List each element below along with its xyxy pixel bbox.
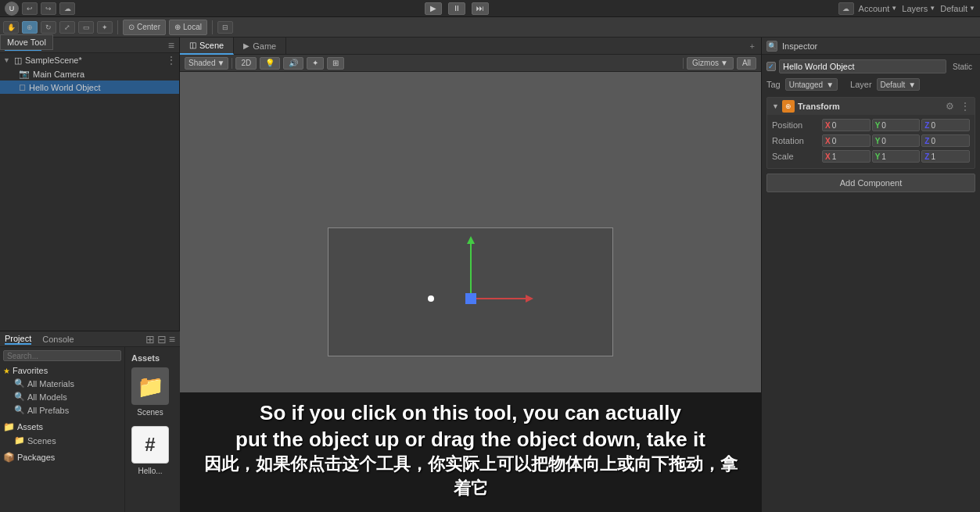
rotate-tool-btn[interactable]: ↻	[41, 21, 56, 34]
layer-dropdown[interactable]: Default ▼	[877, 78, 921, 91]
tag-layer-row: Tag Untagged ▼ Layer Default ▼	[766, 78, 975, 91]
rotation-y-value: 0	[881, 137, 886, 145]
project-body: ★ Favorites 🔍 All Materials 🔍 All Models…	[0, 347, 180, 512]
left-panels: Hierarchy ≡ ▼ ◫ SampleScene* ⋮ 📷 Main Ca…	[0, 38, 180, 512]
shaded-arrow: ▼	[217, 59, 224, 67]
project-search-input[interactable]	[3, 350, 121, 361]
position-y-field[interactable]: Y 0	[872, 119, 921, 131]
main-camera-item[interactable]: 📷 Main Camera	[0, 67, 179, 81]
object-icon: ◻	[19, 82, 26, 92]
ry-label: Y	[875, 137, 881, 145]
hierarchy-menu-icon[interactable]: ≡	[168, 39, 174, 52]
pause-btn[interactable]: ⏸	[448, 2, 465, 15]
2d-btn[interactable]: 2D	[235, 57, 257, 70]
project-assets-area: Assets 📁 Scenes # Hello...	[125, 347, 180, 512]
all-tools-btn[interactable]: ✦	[97, 21, 113, 34]
cloud-btn[interactable]: ☁	[59, 2, 75, 15]
rx-label: X	[825, 137, 831, 145]
transform-more-icon[interactable]: ⋮	[960, 101, 970, 112]
position-x-field[interactable]: X 0	[822, 119, 871, 131]
project-panel: Project Console ⊞ ⊟ ≡ ★ Favor	[0, 331, 180, 512]
rotation-x-field[interactable]: X 0	[822, 134, 871, 147]
object-name-field[interactable]: Hello World Object	[779, 59, 946, 73]
transform-header[interactable]: ▼ ⊕ Transform ⚙ ⋮	[767, 98, 975, 115]
scene-view[interactable]: So if you click on this tool, you can ac…	[180, 72, 761, 512]
play-btn[interactable]: ▶	[425, 2, 442, 15]
layers-arrow: ▼	[929, 5, 935, 12]
tag-dropdown[interactable]: Untagged ▼	[785, 78, 838, 91]
move-tool-btn[interactable]: ⊕	[22, 21, 38, 34]
all-label: All	[742, 59, 751, 67]
subtitle-en-line2: put the object up or drag the object dow…	[196, 427, 745, 453]
account-menu[interactable]: Account ▼	[859, 4, 898, 13]
scale-y-field[interactable]: Y 1	[872, 150, 921, 163]
project-tab[interactable]: Project	[5, 334, 31, 345]
helloworld-asset-icon: #	[131, 426, 169, 464]
scale-x-field[interactable]: X 1	[822, 150, 871, 163]
layers-menu[interactable]: Layers ▼	[902, 4, 935, 13]
rotation-y-field[interactable]: Y 0	[872, 134, 921, 147]
shaded-dropdown[interactable]: Shaded ▼	[185, 57, 228, 70]
scene-add-tab-btn[interactable]: +	[744, 41, 761, 51]
hierarchy-panel: Hierarchy ≡ ▼ ◫ SampleScene* ⋮ 📷 Main Ca…	[0, 38, 180, 331]
scene-item[interactable]: ▼ ◫ SampleScene* ⋮	[0, 53, 179, 67]
transform-settings-icon[interactable]: ⚙	[946, 101, 954, 112]
add-component-button[interactable]: Add Component	[766, 174, 975, 192]
gizmos-btn[interactable]: Gizmos ▼	[687, 57, 734, 70]
static-badge: Static	[949, 63, 975, 71]
position-y-value: 0	[881, 121, 886, 130]
rect-tool-btn[interactable]: ▭	[78, 21, 94, 34]
scale-fields: X 1 Y 1 Z 1	[822, 150, 970, 163]
scenes-asset-label: Scenes	[137, 408, 163, 417]
inspector-body: ✓ Hello World Object Static Tag Untagged…	[762, 55, 980, 512]
audio-btn[interactable]: 🔊	[283, 57, 303, 70]
scenes-folder-item[interactable]: 📁 Scenes	[3, 434, 121, 447]
unity-logo: U	[5, 2, 19, 16]
all-prefabs-item[interactable]: 🔍 All Prefabs	[3, 403, 121, 417]
all-layers-btn[interactable]: All	[737, 57, 756, 70]
scale-z-field[interactable]: Z 1	[921, 150, 970, 163]
scene-tab[interactable]: ◫ Scene	[180, 38, 234, 55]
position-z-field[interactable]: Z 0	[921, 119, 970, 131]
inspector-title: Inspector	[782, 41, 817, 51]
cloud-services-btn[interactable]: ☁	[838, 2, 854, 15]
rotation-z-field[interactable]: Z 0	[921, 134, 970, 147]
custom-tool-btn[interactable]: ⊟	[217, 21, 233, 34]
rotation-label: Rotation	[772, 136, 822, 145]
redo-btn[interactable]: ↪	[41, 2, 56, 15]
overlay-btn[interactable]: ⊞	[327, 57, 344, 70]
y-label: Y	[875, 121, 881, 130]
pivot-center-btn[interactable]: ⊙ Center	[123, 20, 166, 35]
scenes-asset-icon: 📁	[131, 367, 169, 405]
scene-menu-icon[interactable]: ⋮	[167, 55, 176, 66]
layer-value: Default	[881, 81, 906, 89]
game-rect	[328, 227, 613, 356]
undo-btn[interactable]: ↩	[22, 2, 38, 15]
game-tab[interactable]: ▶ Game	[234, 38, 286, 55]
step-btn[interactable]: ⏭	[472, 2, 489, 15]
scene-icon: ◫	[14, 55, 22, 66]
assets-section-header[interactable]: 📁 Assets	[3, 420, 121, 434]
object-active-checkbox[interactable]: ✓	[766, 62, 776, 71]
tag-arrow: ▼	[826, 81, 834, 89]
favorites-section[interactable]: ★ Favorites	[3, 364, 121, 377]
lighting-btn[interactable]: 💡	[260, 57, 280, 70]
project-menu-icon[interactable]: ⊞	[145, 333, 155, 346]
scale-tool-btn[interactable]: ⤢	[59, 21, 75, 34]
effects-btn[interactable]: ✦	[307, 57, 324, 70]
packages-section-header[interactable]: 📦 Packages	[3, 450, 121, 464]
helloworld-asset[interactable]: # Hello...	[131, 426, 169, 475]
project-menu2-icon[interactable]: ≡	[169, 333, 175, 346]
packages-icon: 📦	[3, 452, 15, 463]
top-bar: U ↩ ↪ ☁ ▶ ⏸ ⏭ ☁ Account ▼ Layers ▼ Defau…	[0, 0, 980, 17]
hello-world-item[interactable]: ◻ Hello World Object	[0, 81, 179, 94]
project-lock-icon[interactable]: ⊟	[157, 333, 167, 346]
scenes-asset[interactable]: 📁 Scenes	[131, 367, 169, 417]
hand-tool-btn[interactable]: ✋	[3, 21, 19, 34]
all-materials-item[interactable]: 🔍 All Materials	[3, 377, 121, 390]
all-models-item[interactable]: 🔍 All Models	[3, 390, 121, 403]
default-layout-menu[interactable]: Default ▼	[940, 4, 975, 13]
scene-toolbar-right: Gizmos ▼ All	[683, 57, 756, 70]
pivot-local-btn[interactable]: ⊕ Local	[169, 20, 207, 35]
console-tab[interactable]: Console	[42, 335, 74, 344]
